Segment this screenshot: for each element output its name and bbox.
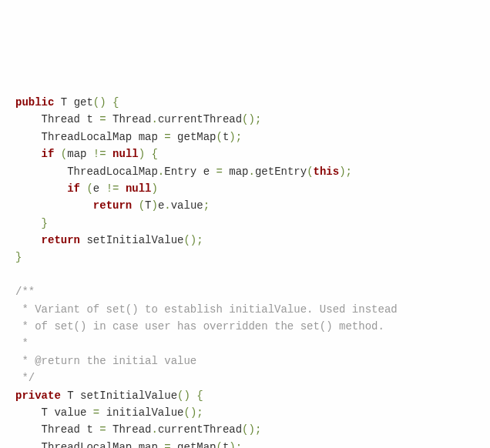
code-line: private T setInitialValue() { [15,389,203,402]
code-line: ThreadLocalMap map = getMap(t); [15,441,242,448]
keyword-return: return [93,199,132,212]
code-line: } [15,217,48,229]
comment-line: * Variant of set() to establish initialV… [15,303,398,316]
keyword-public: public [15,96,54,109]
code-line: if (e != null) [15,182,158,195]
code-line: if (map != null) { [15,148,158,160]
code-line: Thread t = Thread.currentThread(); [15,113,261,125]
code-line: ThreadLocalMap.Entry e = map.getEntry(th… [15,165,352,178]
comment-line: /** [15,286,35,298]
keyword-null: null [126,182,152,195]
code-line: return (T)e.value; [15,199,210,212]
code-line: } [15,251,22,263]
comment-line: * @return the initial value [15,355,196,367]
comment-line: * [15,337,29,349]
keyword-null: null [112,148,139,160]
code-line: ThreadLocalMap map = getMap(t); [15,131,242,143]
code-line: T value = initialValue(); [15,406,203,419]
code-line: return setInitialValue(); [15,234,203,246]
keyword-private: private [15,389,61,402]
comment-line: * of set() in case user has overridden t… [15,320,384,333]
code-line: Thread t = Thread.currentThread(); [15,423,261,436]
comment-line: */ [15,372,35,384]
keyword-this: this [314,165,340,178]
keyword-if: if [67,182,80,195]
code-block: public T get() { Thread t = Thread.curre… [15,77,475,448]
keyword-return: return [42,234,80,246]
keyword-if: if [42,148,55,160]
code-line: public T get() { [15,96,119,109]
